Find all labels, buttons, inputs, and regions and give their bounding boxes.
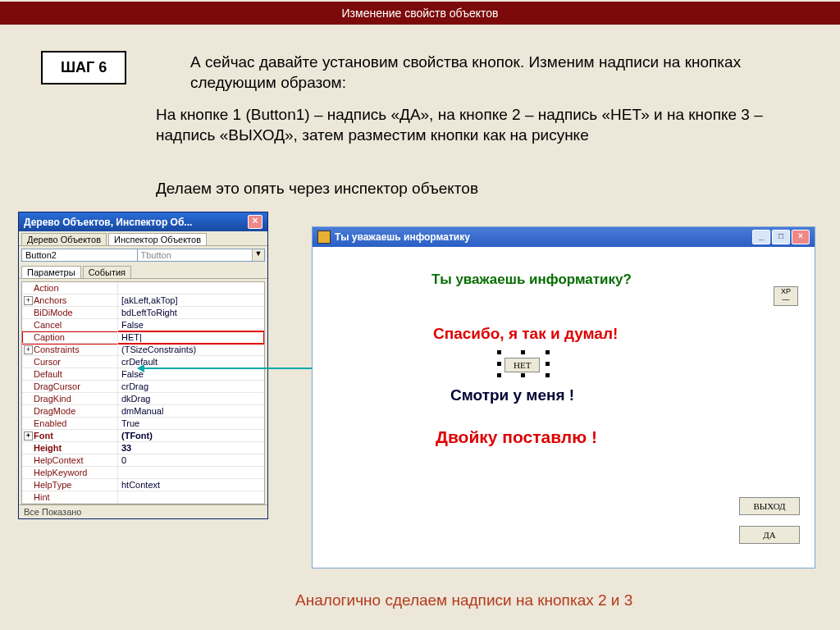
form-title-text: Ты уважаешь информатику [335, 231, 751, 243]
property-name: Caption [22, 331, 118, 344]
paragraph-2: На кнопке 1 (Button1) – надпись «ДА», на… [156, 105, 804, 145]
label-thanks[interactable]: Спасибо, я так и думал! [433, 325, 618, 343]
paragraph-3: Делаем это опять через инспектор объекто… [156, 179, 796, 199]
tab-properties[interactable]: Параметры [21, 266, 81, 278]
property-name: Hint [22, 491, 118, 504]
property-name: DragMode [22, 405, 118, 418]
maximize-icon[interactable]: □ [772, 230, 790, 244]
footer-text: Аналогично сделаем надписи на кнопках 2 … [295, 591, 788, 611]
label-two[interactable]: Двойку поставлю ! [436, 427, 597, 447]
property-value[interactable]: False [118, 319, 264, 331]
property-value[interactable]: crDrag [118, 381, 264, 393]
expand-icon[interactable]: + [24, 345, 33, 354]
expand-icon[interactable]: + [24, 431, 33, 441]
minimize-icon[interactable]: _ [752, 230, 770, 244]
property-value[interactable]: 0 [118, 454, 264, 467]
step-badge: ШАГ 6 [41, 51, 126, 84]
app-icon [317, 231, 331, 244]
property-name: HelpContext [22, 454, 118, 467]
property-row[interactable]: Anchors+[akLeft,akTop] [22, 294, 264, 307]
property-value[interactable]: dkDrag [118, 393, 264, 405]
tab-object-tree[interactable]: Дерево Объектов [21, 233, 107, 245]
property-value[interactable]: True [118, 418, 264, 430]
property-row[interactable]: DragKinddkDrag [22, 393, 264, 405]
form-canvas[interactable]: XP— Ты уважаешь информатику? Спасибо, я … [313, 247, 815, 567]
property-row[interactable]: Constraints+(TSizeConstraints) [22, 344, 264, 356]
all-shown-label: Все Показано [19, 504, 267, 518]
property-name: Font+ [22, 430, 118, 442]
property-name: BiDiMode [22, 307, 118, 319]
property-row[interactable]: DragModedmManual [22, 405, 264, 418]
paragraph-1: А сейчас давайте установим свойства кноп… [190, 52, 797, 93]
slide-title: Изменение свойств объектов [0, 2, 840, 25]
form-designer-window: Ты уважаешь информатику _ □ × XP— Ты ува… [312, 226, 815, 568]
property-name: Action [22, 282, 118, 294]
inspector-title-text: Дерево Объектов, Инспектор Об... [24, 217, 248, 228]
property-row[interactable]: HelpTypehtContext [22, 479, 264, 491]
object-selector[interactable]: Button2 Tbutton ▼ [21, 249, 265, 262]
property-row[interactable]: Height33 [22, 442, 264, 454]
property-row[interactable]: HelpKeyword [22, 467, 264, 479]
property-value[interactable]: (TSizeConstraints) [118, 344, 264, 356]
object-class: Tbutton [138, 249, 253, 261]
property-name: Cancel [22, 319, 118, 331]
property-name: Enabled [22, 418, 118, 430]
property-row[interactable]: DragCursorcrDrag [22, 381, 264, 393]
xp-manifest-icon[interactable]: XP— [774, 286, 798, 306]
inspector-titlebar[interactable]: Дерево Объектов, Инспектор Об... × [19, 212, 267, 231]
tab-object-inspector[interactable]: Инспектор Объектов [108, 233, 207, 245]
label-question[interactable]: Ты уважаешь информатику? [431, 272, 632, 288]
property-name: DragKind [22, 393, 118, 405]
property-value[interactable]: dmManual [118, 405, 264, 418]
object-name: Button2 [22, 249, 138, 261]
property-value[interactable] [118, 491, 264, 504]
property-name: HelpKeyword [22, 467, 118, 479]
property-name: Anchors+ [22, 294, 118, 307]
tab-events[interactable]: События [83, 266, 131, 278]
property-name: Cursor [22, 356, 118, 368]
property-name: Height [22, 442, 118, 454]
property-name: DragCursor [22, 381, 118, 393]
close-icon[interactable]: × [248, 215, 262, 229]
chevron-down-icon[interactable]: ▼ [252, 249, 264, 261]
property-row[interactable]: BiDiModebdLeftToRight [22, 307, 264, 319]
property-value[interactable] [118, 467, 264, 479]
property-row[interactable]: Hint [22, 491, 264, 504]
property-value[interactable]: 33 [118, 442, 264, 454]
property-value[interactable]: [akLeft,akTop] [118, 294, 264, 307]
property-row[interactable]: EnabledTrue [22, 418, 264, 430]
label-look[interactable]: Смотри у меня ! [450, 386, 574, 404]
form-titlebar[interactable]: Ты уважаешь информатику _ □ × [313, 227, 815, 247]
property-row[interactable]: Font+(TFont) [22, 430, 264, 442]
property-value[interactable]: htContext [118, 479, 264, 491]
property-row[interactable]: CancelFalse [22, 319, 264, 331]
expand-icon[interactable]: + [24, 296, 33, 305]
property-row[interactable]: HelpContext0 [22, 454, 264, 467]
property-row[interactable]: Action [22, 282, 264, 294]
property-row[interactable]: CaptionНЕТ| [22, 331, 264, 344]
property-value[interactable]: bdLeftToRight [118, 307, 264, 319]
button-da[interactable]: ДА [739, 526, 800, 544]
property-grid[interactable]: ActionAnchors+[akLeft,akTop]BiDiModebdLe… [21, 281, 265, 504]
button-exit[interactable]: ВЫХОД [739, 497, 800, 515]
property-value[interactable]: НЕТ| [118, 331, 264, 344]
property-name: Default [22, 368, 118, 381]
selection-handles[interactable] [500, 353, 547, 375]
arrow-annotation [139, 368, 320, 369]
property-value[interactable]: (TFont) [118, 430, 264, 442]
property-name: Constraints+ [22, 344, 118, 356]
close-icon[interactable]: × [792, 230, 810, 244]
property-value[interactable] [118, 282, 264, 294]
property-name: HelpType [22, 479, 118, 491]
